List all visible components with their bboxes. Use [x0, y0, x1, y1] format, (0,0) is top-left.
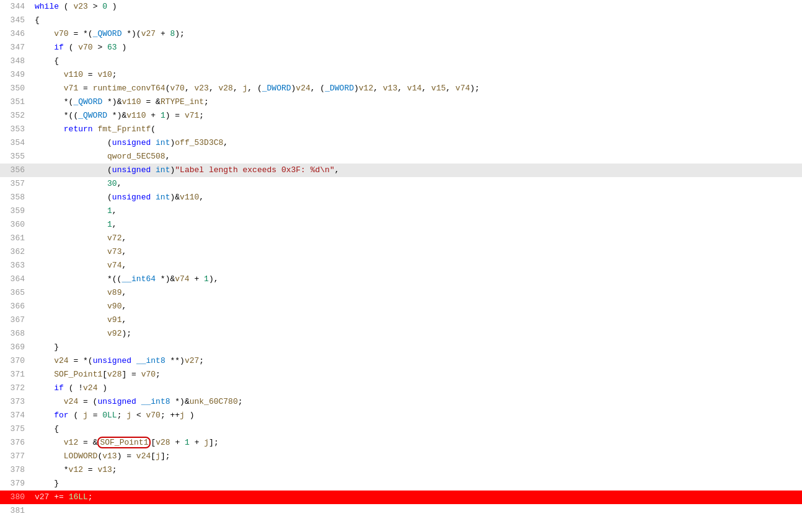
code-line-373: 373 v24 = (unsigned __int8 *)&unk_60C780…: [0, 395, 802, 409]
line-content-370: v24 = *(unsigned __int8 **)v27;: [32, 354, 802, 368]
line-content-363: v74,: [32, 259, 802, 273]
line-content-355: qword_5EC508,: [32, 150, 802, 164]
line-num-365: 365: [0, 286, 32, 300]
line-num-360: 360: [0, 218, 32, 232]
code-line-356: 356 (unsigned int)"Label length exceeds …: [0, 164, 802, 177]
code-line-380: 380 v27 += 16LL;: [0, 491, 802, 504]
code-line-344: 344 while ( v23 > 0 ): [0, 0, 802, 14]
line-content-371: SOF_Point1[v28] = v70;: [32, 368, 802, 382]
code-line-371: 371 SOF_Point1[v28] = v70;: [0, 368, 802, 382]
line-num-353: 353: [0, 123, 32, 136]
line-content-367: v91,: [32, 313, 802, 327]
line-num-355: 355: [0, 150, 32, 164]
code-line-360: 360 1,: [0, 218, 802, 232]
code-line-361: 361 v72,: [0, 232, 802, 245]
line-num-351: 351: [0, 95, 32, 109]
line-content-352: *((_QWORD *)&v110 + 1) = v71;: [32, 109, 802, 123]
code-line-372: 372 if ( !v24 ): [0, 382, 802, 395]
line-num-358: 358: [0, 191, 32, 204]
line-content-366: v90,: [32, 300, 802, 313]
code-line-353: 353 return fmt_Fprintf(: [0, 123, 802, 136]
line-num-373: 373: [0, 395, 32, 409]
line-num-361: 361: [0, 232, 32, 245]
line-content-379: }: [32, 477, 802, 491]
line-num-363: 363: [0, 259, 32, 273]
code-line-374: 374 for ( j = 0LL; j < v70; ++j ): [0, 409, 802, 422]
line-num-349: 349: [0, 68, 32, 82]
line-content-358: (unsigned int)&v110,: [32, 191, 802, 204]
line-content-361: v72,: [32, 232, 802, 245]
line-content-377: LODWORD(v13) = v24[j];: [32, 450, 802, 463]
code-line-351: 351 *(_QWORD *)&v110 = &RTYPE_int;: [0, 95, 802, 109]
line-content-349: v110 = v10;: [32, 68, 802, 82]
line-num-377: 377: [0, 450, 32, 463]
line-num-352: 352: [0, 109, 32, 123]
code-line-359: 359 1,: [0, 204, 802, 218]
code-line-348: 348 {: [0, 55, 802, 68]
code-line-377: 377 LODWORD(v13) = v24[j];: [0, 450, 802, 463]
code-line-347: 347 if ( v70 > 63 ): [0, 41, 802, 55]
line-num-368: 368: [0, 327, 32, 341]
line-num-371: 371: [0, 368, 32, 382]
code-editor: 344 while ( v23 > 0 ) 345 { 346 v70 = *(…: [0, 0, 802, 532]
code-line-381: 381: [0, 504, 802, 518]
line-num-357: 357: [0, 177, 32, 191]
line-num-376: 376: [0, 436, 32, 450]
line-num-356: 356: [0, 164, 32, 177]
code-line-370: 370 v24 = *(unsigned __int8 **)v27;: [0, 354, 802, 368]
code-line-345: 345 {: [0, 14, 802, 27]
line-content-374: for ( j = 0LL; j < v70; ++j ): [32, 409, 802, 422]
line-num-379: 379: [0, 477, 32, 491]
line-num-378: 378: [0, 463, 32, 477]
line-num-346: 346: [0, 27, 32, 41]
code-line-357: 357 30,: [0, 177, 802, 191]
code-line-354: 354 (unsigned int)off_53D3C8,: [0, 136, 802, 150]
line-num-372: 372: [0, 382, 32, 395]
circled-annotation: SOF_Point1: [97, 437, 151, 448]
code-line-349: 349 v110 = v10;: [0, 68, 802, 82]
line-num-348: 348: [0, 55, 32, 68]
line-content-344: while ( v23 > 0 ): [32, 0, 802, 14]
line-content-378: *v12 = v13;: [32, 463, 802, 477]
line-content-365: v89,: [32, 286, 802, 300]
line-content-346: v70 = *(_QWORD *)(v27 + 8);: [32, 27, 802, 41]
line-content-359: 1,: [32, 204, 802, 218]
line-content-351: *(_QWORD *)&v110 = &RTYPE_int;: [32, 95, 802, 109]
code-line-346: 346 v70 = *(_QWORD *)(v27 + 8);: [0, 27, 802, 41]
line-content-350: v71 = runtime_convT64(v70, v23, v28, j, …: [32, 82, 802, 95]
code-line-378: 378 *v12 = v13;: [0, 463, 802, 477]
line-num-364: 364: [0, 273, 32, 286]
code-line-369: 369 }: [0, 341, 802, 354]
code-line-362: 362 v73,: [0, 245, 802, 259]
code-line-358: 358 (unsigned int)&v110,: [0, 191, 802, 204]
line-content-357: 30,: [32, 177, 802, 191]
line-num-347: 347: [0, 41, 32, 55]
line-content-375: {: [32, 422, 802, 436]
code-line-376: 376 v12 = &SOF_Point1[v28 + 1 + j];: [0, 436, 802, 450]
code-line-364: 364 *((__int64 *)&v74 + 1),: [0, 273, 802, 286]
code-line-375: 375 {: [0, 422, 802, 436]
line-num-362: 362: [0, 245, 32, 259]
code-line-379: 379 }: [0, 477, 802, 491]
code-line-366: 366 v90,: [0, 300, 802, 313]
line-num-350: 350: [0, 82, 32, 95]
line-num-381: 381: [0, 504, 32, 518]
line-content-364: *((__int64 *)&v74 + 1),: [32, 273, 802, 286]
line-num-354: 354: [0, 136, 32, 150]
code-line-352: 352 *((_QWORD *)&v110 + 1) = v71;: [0, 109, 802, 123]
line-content-362: v73,: [32, 245, 802, 259]
line-content-347: if ( v70 > 63 ): [32, 41, 802, 55]
code-line-355: 355 qword_5EC508,: [0, 150, 802, 164]
line-content-368: v92);: [32, 327, 802, 341]
line-content-373: v24 = (unsigned __int8 *)&unk_60C780;: [32, 395, 802, 409]
line-content-353: return fmt_Fprintf(: [32, 123, 802, 136]
line-content-369: }: [32, 341, 802, 354]
line-num-344: 344: [0, 0, 32, 14]
code-line-367: 367 v91,: [0, 313, 802, 327]
line-content-380: v27 += 16LL;: [32, 491, 802, 504]
code-line-368: 368 v92);: [0, 327, 802, 341]
line-num-359: 359: [0, 204, 32, 218]
code-line-365: 365 v89,: [0, 286, 802, 300]
line-content-345: {: [32, 14, 802, 27]
line-content-360: 1,: [32, 218, 802, 232]
